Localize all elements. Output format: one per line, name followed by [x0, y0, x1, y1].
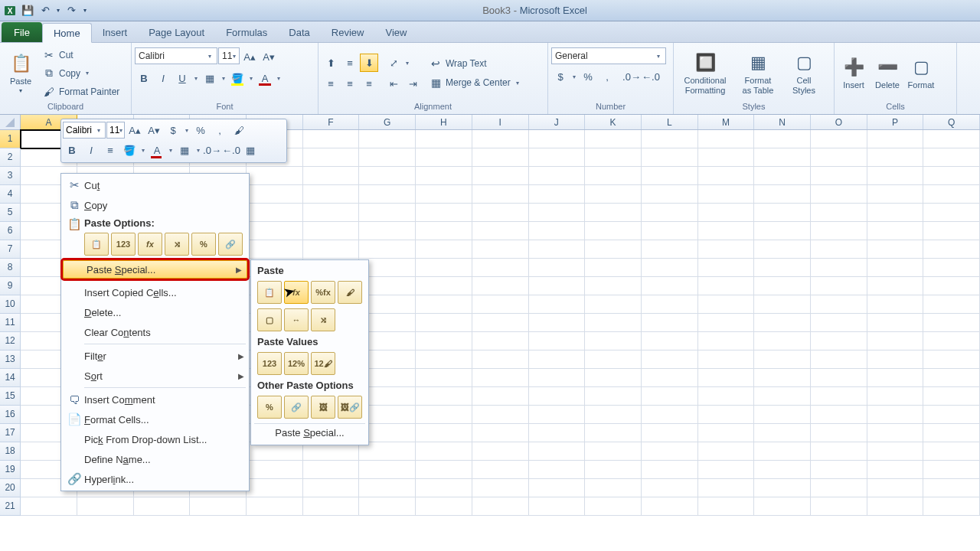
- cell-H11[interactable]: [416, 314, 472, 332]
- cell-H9[interactable]: [416, 277, 472, 295]
- cell-K13[interactable]: [585, 350, 642, 369]
- sub-formatting-icon[interactable]: %: [257, 396, 282, 419]
- cell-I8[interactable]: [472, 259, 529, 277]
- cell-K11[interactable]: [585, 314, 642, 332]
- cut-button[interactable]: ✂Cut: [40, 47, 122, 64]
- cell-I19[interactable]: [472, 461, 529, 479]
- cell-Q16[interactable]: [923, 406, 980, 424]
- merge-center-button[interactable]: ▦Merge & Center ▾: [426, 74, 524, 91]
- sub-values-icon[interactable]: 123: [257, 352, 282, 375]
- mini-font-name[interactable]: Calibri▾: [63, 122, 106, 139]
- align-top-icon[interactable]: ⬆: [322, 54, 340, 72]
- cell-H3[interactable]: [416, 167, 472, 185]
- ctx-pick-list[interactable]: Pick From Drop-down List...: [61, 429, 249, 449]
- tab-page-layout[interactable]: Page Layout: [138, 22, 215, 42]
- cell-E21[interactable]: [247, 497, 303, 516]
- cell-I11[interactable]: [472, 314, 529, 332]
- mini-comma-icon[interactable]: ,: [211, 121, 229, 139]
- cell-J6[interactable]: [529, 222, 586, 240]
- cell-K6[interactable]: [585, 222, 642, 240]
- cell-J19[interactable]: [529, 461, 586, 479]
- cell-M16[interactable]: [698, 406, 755, 424]
- cell-H1[interactable]: [416, 130, 472, 148]
- cell-O3[interactable]: [811, 167, 867, 185]
- cell-N19[interactable]: [754, 461, 811, 479]
- row-head-9[interactable]: 9: [0, 277, 21, 295]
- row-head-20[interactable]: 20: [0, 479, 21, 497]
- cell-O10[interactable]: [811, 295, 867, 314]
- cell-M12[interactable]: [698, 332, 755, 350]
- cell-L1[interactable]: [642, 130, 698, 148]
- cell-F4[interactable]: [303, 185, 360, 204]
- cell-P9[interactable]: [867, 277, 924, 295]
- cell-J10[interactable]: [529, 295, 586, 314]
- cell-L17[interactable]: [642, 424, 698, 442]
- cell-N9[interactable]: [754, 277, 811, 295]
- cell-Q2[interactable]: [923, 148, 980, 167]
- qat-customize-icon[interactable]: ▾: [80, 2, 90, 19]
- cell-K4[interactable]: [585, 185, 642, 204]
- mini-shrink-font-icon[interactable]: A▾: [145, 121, 163, 139]
- align-right-icon[interactable]: ≡: [360, 74, 378, 93]
- mini-fill-icon[interactable]: 🪣: [120, 141, 139, 159]
- mini-italic-icon[interactable]: I: [82, 141, 100, 159]
- cell-N7[interactable]: [754, 240, 811, 259]
- cell-K16[interactable]: [585, 406, 642, 424]
- cell-J17[interactable]: [529, 424, 586, 442]
- cell-F5[interactable]: [303, 204, 360, 222]
- cell-N2[interactable]: [754, 148, 811, 167]
- mini-grow-font-icon[interactable]: A▴: [126, 121, 144, 139]
- cell-styles-button[interactable]: ▢Cell Styles: [782, 46, 825, 101]
- sub-paste-keep-source-icon[interactable]: 🖌: [338, 281, 362, 304]
- cell-Q10[interactable]: [923, 295, 980, 314]
- row-head-8[interactable]: 8: [0, 259, 21, 277]
- row-head-17[interactable]: 17: [0, 424, 21, 442]
- cell-I3[interactable]: [472, 167, 529, 185]
- cell-K12[interactable]: [585, 332, 642, 350]
- mini-accounting-icon[interactable]: $: [164, 121, 182, 139]
- cell-G7[interactable]: [359, 240, 416, 259]
- cell-Q3[interactable]: [923, 167, 980, 185]
- cell-I15[interactable]: [472, 387, 529, 406]
- cell-L7[interactable]: [642, 240, 698, 259]
- decrease-decimal-icon[interactable]: ←.0: [642, 67, 660, 86]
- cell-N14[interactable]: [754, 369, 811, 387]
- mini-dec-decimal-icon[interactable]: ←.0: [222, 141, 240, 159]
- sub-paste-transpose-icon[interactable]: ⤭: [311, 308, 335, 331]
- cell-M14[interactable]: [698, 369, 755, 387]
- cell-M20[interactable]: [698, 479, 755, 497]
- tab-view[interactable]: View: [374, 22, 417, 42]
- cell-N1[interactable]: [754, 130, 811, 148]
- cell-L19[interactable]: [642, 461, 698, 479]
- cell-F19[interactable]: [303, 461, 360, 479]
- underline-button[interactable]: U: [173, 69, 191, 87]
- cell-K17[interactable]: [585, 424, 642, 442]
- row-head-18[interactable]: 18: [0, 442, 21, 461]
- cell-I10[interactable]: [472, 295, 529, 314]
- row-head-5[interactable]: 5: [0, 204, 21, 222]
- cell-F21[interactable]: [303, 497, 360, 516]
- cell-L2[interactable]: [642, 148, 698, 167]
- row-head-15[interactable]: 15: [0, 387, 21, 406]
- cell-I17[interactable]: [472, 424, 529, 442]
- cell-F7[interactable]: [303, 240, 360, 259]
- cell-N11[interactable]: [754, 314, 811, 332]
- cell-J8[interactable]: [529, 259, 586, 277]
- cell-O21[interactable]: [811, 497, 867, 516]
- cell-J7[interactable]: [529, 240, 586, 259]
- cell-P19[interactable]: [867, 461, 924, 479]
- italic-button[interactable]: I: [154, 69, 172, 87]
- align-center-icon[interactable]: ≡: [341, 74, 359, 93]
- percent-icon[interactable]: %: [579, 67, 597, 86]
- cell-Q14[interactable]: [923, 369, 980, 387]
- cell-K21[interactable]: [585, 497, 642, 516]
- cell-L5[interactable]: [642, 204, 698, 222]
- sub-values-number-icon[interactable]: 12%: [284, 352, 309, 375]
- wrap-text-button[interactable]: ↩Wrap Text: [426, 55, 524, 72]
- cell-H20[interactable]: [416, 479, 472, 497]
- select-all-corner[interactable]: [0, 115, 21, 129]
- cell-K9[interactable]: [585, 277, 642, 295]
- cell-B21[interactable]: [77, 497, 134, 516]
- cell-Q12[interactable]: [923, 332, 980, 350]
- format-as-table-button[interactable]: ▦Format as Table: [735, 46, 781, 101]
